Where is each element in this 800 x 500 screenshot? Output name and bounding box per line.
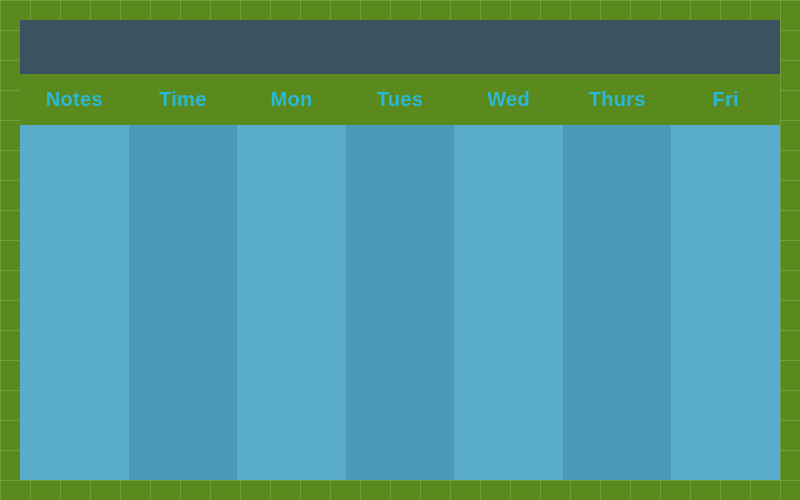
column-headers: NotesTimeMonTuesWedThursFri	[20, 74, 780, 125]
col-header-tues: Tues	[346, 74, 455, 125]
col-header-mon: Mon	[237, 74, 346, 125]
table-section: NotesTimeMonTuesWedThursFri	[20, 74, 780, 480]
data-col-wed	[454, 125, 563, 480]
data-col-tues	[346, 125, 455, 480]
data-col-notes	[20, 125, 129, 480]
header-section	[20, 20, 780, 74]
data-col-fri	[671, 125, 780, 480]
col-header-fri: Fri	[671, 74, 780, 125]
data-col-thurs	[563, 125, 672, 480]
data-rows	[20, 125, 780, 480]
col-header-time: Time	[129, 74, 238, 125]
schedule-container: NotesTimeMonTuesWedThursFri	[20, 20, 780, 480]
data-col-mon	[237, 125, 346, 480]
col-header-thurs: Thurs	[563, 74, 672, 125]
data-col-time	[129, 125, 238, 480]
col-header-wed: Wed	[454, 74, 563, 125]
col-header-notes: Notes	[20, 74, 129, 125]
